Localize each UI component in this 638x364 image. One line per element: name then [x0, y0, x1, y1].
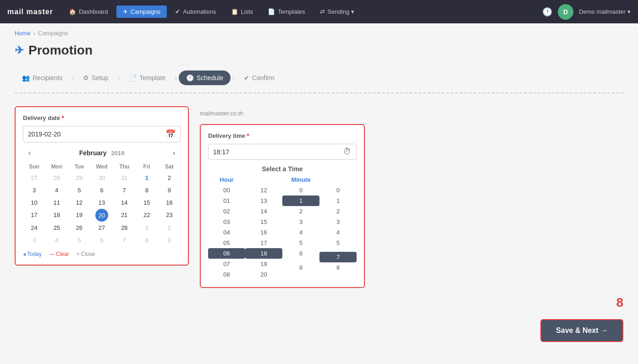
cal-today-button[interactable]: ◂ Today	[23, 251, 42, 257]
cal-cell[interactable]: 1	[136, 172, 158, 184]
time-min-3b[interactable]: 3	[319, 217, 357, 227]
time-hour-03[interactable]: 03	[208, 217, 245, 227]
time-min-8b[interactable]: 8	[319, 262, 357, 273]
time-hour-02[interactable]: 02	[208, 206, 245, 217]
time-hour-08[interactable]: 08	[208, 269, 245, 280]
history-icon[interactable]: 🕐	[542, 7, 552, 17]
cal-cell[interactable]: 9	[158, 234, 181, 246]
time-hour-12[interactable]: 12	[245, 185, 282, 196]
time-min-5a[interactable]: 5	[282, 238, 319, 248]
time-hour-13[interactable]: 13	[245, 196, 282, 206]
cal-cell[interactable]: 3	[23, 184, 45, 196]
nav-dashboard[interactable]: 🏠 Dashboard	[62, 5, 115, 18]
time-min-4a[interactable]: 4	[282, 227, 319, 238]
avatar[interactable]: D	[558, 4, 573, 20]
cal-prev-button[interactable]: ‹	[25, 148, 34, 158]
cal-cell[interactable]: 12	[68, 196, 90, 209]
time-hour-06[interactable]: 06	[208, 248, 245, 259]
time-hour-15[interactable]: 15	[245, 217, 282, 227]
cal-cell[interactable]: 7	[113, 184, 136, 196]
nav-templates[interactable]: 📄 Templates	[261, 5, 311, 18]
time-input-value[interactable]: 18:17	[213, 148, 343, 156]
cal-cell[interactable]: 29	[68, 172, 90, 184]
date-input-value[interactable]: 2019-02-20	[28, 130, 165, 138]
step-confirm[interactable]: ✔ Confirm	[236, 71, 282, 85]
cal-cell[interactable]: 28	[113, 222, 136, 234]
cal-cell[interactable]: 4	[45, 184, 68, 196]
time-min-0b[interactable]: 0	[319, 185, 357, 196]
calendar-icon[interactable]: 📅	[165, 129, 176, 139]
nav-automations[interactable]: ✔ Automations	[169, 5, 222, 18]
cal-cell[interactable]: 6	[90, 234, 113, 246]
cal-cell[interactable]: 5	[68, 184, 90, 196]
time-hour-19[interactable]: 19	[245, 259, 282, 269]
cal-cell[interactable]: 8	[136, 234, 158, 246]
time-hour-14[interactable]: 14	[245, 206, 282, 217]
time-min-6a[interactable]: 6	[282, 248, 319, 259]
user-menu[interactable]: Demo mailmaster ▾	[579, 8, 631, 15]
time-min-2b[interactable]: 2	[319, 206, 357, 217]
cal-cell[interactable]: 24	[23, 222, 45, 234]
time-min-6b[interactable]	[319, 248, 357, 252]
cal-cell[interactable]: 18	[45, 209, 68, 222]
time-min-3a[interactable]: 3	[282, 217, 319, 227]
cal-cell[interactable]: 8	[136, 184, 158, 196]
time-hour-07[interactable]: 07	[208, 259, 245, 269]
time-hour-18[interactable]: 18	[245, 248, 282, 259]
cal-cell[interactable]: 1	[136, 222, 158, 234]
step-setup[interactable]: ⚙ Setup	[76, 71, 116, 85]
step-template[interactable]: 📄 Template	[121, 71, 173, 85]
cal-cell[interactable]: 23	[158, 209, 181, 222]
step-recipients[interactable]: 👥 Recipients	[15, 71, 70, 85]
cal-cell[interactable]: 17	[23, 209, 45, 222]
cal-cell[interactable]: 10	[23, 196, 45, 209]
time-hour-00[interactable]: 00	[208, 185, 245, 196]
time-min-2a[interactable]: 2	[282, 206, 319, 217]
time-hour-01[interactable]: 01	[208, 196, 245, 206]
cal-cell[interactable]: 13	[90, 196, 113, 209]
time-min-1[interactable]: 1	[282, 196, 319, 206]
time-min-1b[interactable]: 1	[319, 196, 357, 206]
time-hour-20[interactable]: 20	[245, 269, 282, 280]
cal-cell[interactable]: 22	[136, 209, 158, 222]
time-min-8a[interactable]: 8	[282, 262, 319, 273]
cal-clear-button[interactable]: — Clear	[49, 251, 69, 257]
cal-next-button[interactable]: ›	[169, 148, 179, 158]
cal-cell[interactable]: 16	[158, 196, 181, 209]
cal-cell[interactable]: 30	[90, 172, 113, 184]
time-min-0a[interactable]: 0	[282, 185, 319, 196]
cal-cell[interactable]: 3	[23, 234, 45, 246]
cal-cell[interactable]: 28	[45, 172, 68, 184]
time-min-4b[interactable]: 4	[319, 227, 357, 238]
cal-cell[interactable]: 25	[45, 222, 68, 234]
cal-cell[interactable]: 6	[90, 184, 113, 196]
cal-cell-selected[interactable]: 20	[95, 209, 108, 222]
nav-campaigns[interactable]: ✈ Campaigns	[116, 5, 167, 18]
cal-cell[interactable]: 19	[68, 209, 90, 222]
time-hour-04[interactable]: 04	[208, 227, 245, 238]
cal-cell[interactable]: 2	[158, 172, 181, 184]
cal-cell[interactable]: 26	[68, 222, 90, 234]
breadcrumb-home[interactable]: Home	[15, 30, 31, 37]
time-hour-17[interactable]: 17	[245, 238, 282, 248]
time-min-7[interactable]: 7	[319, 252, 357, 262]
nav-lists[interactable]: 📋 Lists	[225, 5, 260, 18]
time-clock-icon[interactable]: ⏱	[343, 147, 352, 157]
cal-cell[interactable]: 4	[45, 234, 68, 246]
cal-cell[interactable]: 31	[113, 172, 136, 184]
cal-cell[interactable]: 15	[136, 196, 158, 209]
save-next-button[interactable]: Save & Next →	[540, 319, 623, 342]
cal-cell[interactable]: 14	[113, 196, 136, 209]
cal-close-button[interactable]: × Close	[77, 251, 95, 257]
cal-cell[interactable]: 7	[113, 234, 136, 246]
cal-cell[interactable]: 2	[158, 222, 181, 234]
cal-cell[interactable]: 21	[113, 209, 136, 222]
cal-cell[interactable]: 9	[158, 184, 181, 196]
step-schedule[interactable]: 🕐 Schedule	[179, 71, 231, 85]
time-hour-05[interactable]: 05	[208, 238, 245, 248]
nav-sending[interactable]: ⇄ Sending ▾	[314, 5, 361, 18]
cal-cell[interactable]: 11	[45, 196, 68, 209]
cal-cell[interactable]: 5	[68, 234, 90, 246]
cal-cell[interactable]: 27	[23, 172, 45, 184]
cal-cell[interactable]: 27	[90, 222, 113, 234]
